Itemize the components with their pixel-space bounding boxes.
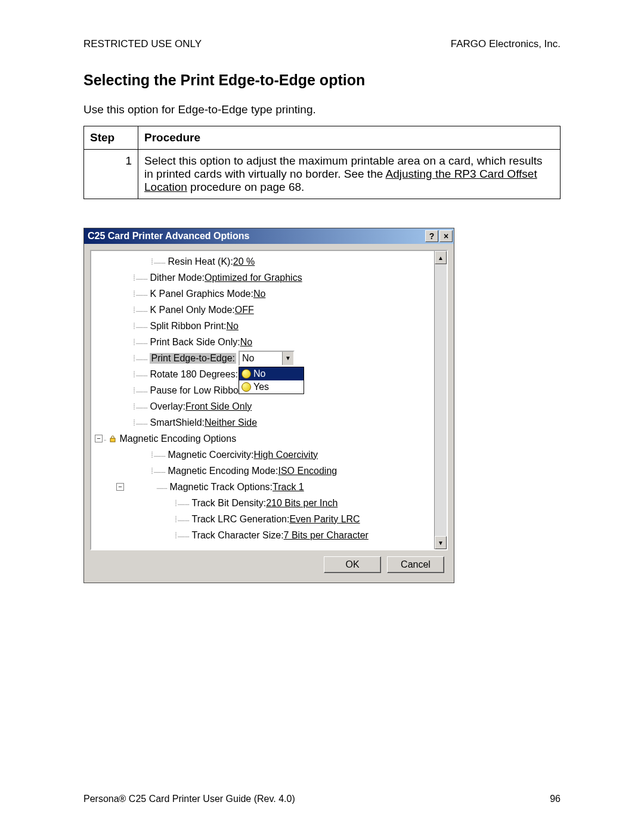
opt-split-ribbon[interactable]: Split Ribbon Print:	[150, 321, 226, 332]
opt-magnetic-encoding[interactable]: Magnetic Encoding Options	[119, 433, 236, 444]
opt-pause-low-ribbon[interactable]: Pause for Low Ribbon	[150, 385, 243, 396]
val-resin-heat: 20 %	[233, 256, 255, 267]
val-kpanel-graphics: No	[253, 289, 265, 299]
header-right: FARGO Electronics, Inc.	[451, 38, 561, 50]
opt-kpanel-graphics[interactable]: K Panel Graphics Mode:	[150, 289, 253, 299]
val-track-lrc: Even Parity LRC	[289, 514, 360, 525]
expander-magnetic[interactable]: −	[95, 435, 103, 442]
val-mag-track: Track 1	[273, 482, 304, 493]
step-text: Select this option to adjust the maximum…	[138, 150, 561, 199]
val-dither: Optimized for Graphics	[205, 272, 302, 283]
footer-left: Persona® C25 Card Printer User Guide (Re…	[83, 794, 295, 804]
titlebar[interactable]: C25 Card Printer Advanced Options ? ×	[84, 228, 454, 244]
help-button[interactable]: ?	[425, 230, 438, 242]
bulb-icon	[242, 382, 251, 392]
scroll-up-button[interactable]: ▲	[435, 251, 447, 264]
dd-yes-label: Yes	[253, 382, 269, 392]
val-split-ribbon: No	[227, 321, 239, 332]
opt-mag-coercivity[interactable]: Magnetic Coercivity:	[168, 450, 253, 460]
ok-button[interactable]: OK	[324, 556, 381, 573]
val-smartshield: Neither Side	[205, 417, 257, 428]
edge-to-edge-combo[interactable]: No ▼	[239, 351, 295, 366]
combo-value: No	[240, 353, 282, 364]
opt-mag-track[interactable]: Magnetic Track Options:	[169, 482, 273, 493]
procedure-table: Step Procedure 1 Select this option to a…	[83, 126, 561, 199]
opt-rotate-180[interactable]: Rotate 180 Degrees:	[150, 369, 238, 380]
page-number: 96	[550, 794, 561, 804]
dialog-window: C25 Card Printer Advanced Options ? × ┊.…	[83, 228, 454, 583]
expander-track[interactable]: −	[116, 483, 124, 491]
val-overlay: Front Side Only	[185, 401, 252, 412]
opt-resin-heat[interactable]: Resin Heat (K):	[168, 256, 233, 267]
header-left: RESTRICTED USE ONLY	[83, 38, 202, 50]
opt-dither[interactable]: Dither Mode:	[150, 272, 205, 283]
col-procedure: Procedure	[138, 126, 561, 150]
opt-smartshield[interactable]: SmartShield:	[150, 417, 205, 428]
edge-to-edge-dropdown: No Yes	[239, 367, 304, 394]
opt-track-lrc[interactable]: Track LRC Generation:	[191, 514, 289, 525]
scroll-track[interactable]	[435, 264, 447, 536]
close-button[interactable]: ×	[439, 230, 453, 242]
val-mag-mode: ISO Encoding	[278, 466, 337, 476]
val-track-char: 7 Bits per Character	[284, 530, 369, 541]
lock-icon	[109, 435, 117, 443]
combo-dropdown-button[interactable]: ▼	[282, 352, 293, 365]
opt-track-char[interactable]: Track Character Size:	[191, 530, 283, 541]
val-print-back: No	[240, 337, 252, 348]
opt-kpanel-only[interactable]: K Panel Only Mode:	[150, 305, 234, 315]
col-step: Step	[84, 126, 138, 150]
dropdown-item-no[interactable]: No	[239, 367, 304, 380]
val-track-density: 210 Bits per Inch	[266, 498, 338, 509]
val-kpanel-only: OFF	[235, 305, 254, 315]
opt-edge-to-edge[interactable]: Print Edge-to-Edge:	[150, 353, 236, 364]
opt-overlay[interactable]: Overlay:	[150, 401, 185, 412]
svg-rect-0	[110, 438, 115, 442]
page-title: Selecting the Print Edge-to-Edge option	[83, 72, 561, 89]
opt-track-density[interactable]: Track Bit Density:	[191, 498, 266, 509]
dialog-title: C25 Card Printer Advanced Options	[88, 231, 249, 241]
proc-text-b: procedure on page 68.	[187, 181, 305, 193]
options-tree: ┊........... Resin Heat (K): 20 % ┊.....…	[90, 250, 448, 550]
opt-mag-mode[interactable]: Magnetic Encoding Mode:	[168, 466, 278, 476]
cancel-button[interactable]: Cancel	[387, 556, 444, 573]
intro-text: Use this option for Edge-to-Edge type pr…	[83, 103, 561, 116]
opt-print-back[interactable]: Print Back Side Only:	[150, 337, 240, 348]
scroll-down-button[interactable]: ▼	[435, 536, 447, 549]
step-number: 1	[84, 150, 138, 199]
dropdown-item-yes[interactable]: Yes	[239, 380, 304, 394]
dd-no-label: No	[253, 368, 265, 379]
val-mag-coercivity: High Coercivity	[254, 450, 318, 460]
bulb-icon	[242, 369, 251, 379]
vertical-scrollbar[interactable]: ▲ ▼	[434, 251, 447, 549]
